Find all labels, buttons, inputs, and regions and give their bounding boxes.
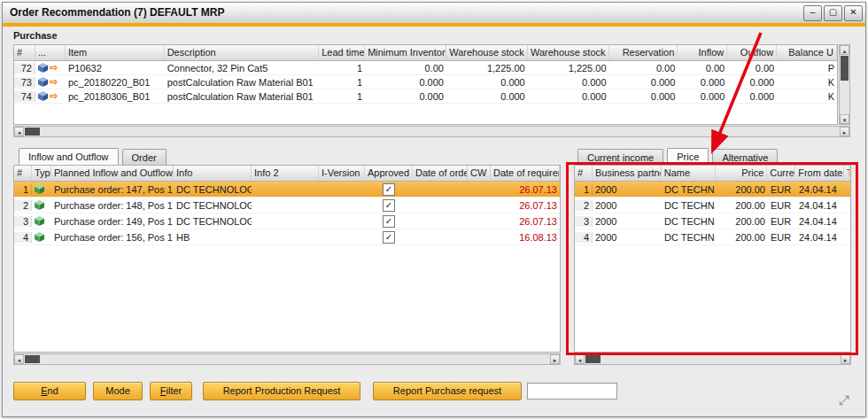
approved-checkbox[interactable]: ✓ [383, 199, 395, 212]
maximize-icon[interactable]: ▢ [824, 5, 842, 21]
scroll-left-icon[interactable]: ◂ [14, 354, 24, 364]
approved-checkbox[interactable]: ✓ [383, 215, 395, 228]
mode-button[interactable]: Mode [93, 382, 143, 400]
column-header[interactable]: Balance U [777, 45, 837, 60]
row-number: 73 [14, 77, 35, 88]
row-number: 4 [575, 232, 593, 243]
tab-alternative[interactable]: Alternative [712, 149, 778, 166]
scroll-left-icon[interactable]: ◂ [575, 354, 585, 364]
scroll-right-icon[interactable]: ▸ [841, 354, 850, 364]
outflow: 0.00 [727, 63, 777, 74]
warehouse-stock-2: 0.000 [528, 91, 609, 102]
column-header[interactable]: Date of requirem [491, 166, 560, 181]
planned-flow: Purchase order: 147, Pos 1 [51, 184, 174, 195]
column-header[interactable]: Warehouse stock [528, 45, 609, 60]
date-of-requirement: 16.08.13 [491, 232, 560, 243]
column-header[interactable]: Curren [767, 166, 795, 181]
column-header[interactable]: Date of order [413, 166, 468, 181]
column-header[interactable]: Warehouse stock [446, 45, 528, 60]
price-row[interactable]: 1 2000 DC TECHN 200.00 EUR 24.04.14 [575, 182, 850, 198]
date-of-requirement: 26.07.13 [491, 216, 560, 227]
scroll-right-icon[interactable]: ▸ [840, 127, 849, 136]
column-header[interactable]: CW [468, 166, 491, 181]
scrollbar-thumb[interactable] [841, 56, 849, 81]
report-purchase-request-button[interactable]: Report Purchase request [373, 382, 522, 400]
column-header[interactable]: Minimum Inventory [365, 45, 446, 60]
column-header[interactable]: Reservation [609, 45, 678, 60]
column-header[interactable]: Item [66, 45, 165, 60]
app-window: Order Recommendation (7) DEFAULT MRP – ▢… [2, 2, 866, 417]
column-header[interactable]: Info 2 [252, 166, 319, 181]
price-row[interactable]: 4 2000 DC TECHN 200.00 EUR 24.04.14 [575, 229, 850, 245]
items-table-hscrollbar[interactable]: ◂ ▸ [13, 126, 850, 137]
planned-flow: Purchase order: 149, Pos 1 [51, 216, 174, 227]
column-header[interactable]: Outflow [727, 45, 777, 60]
scroll-down-icon[interactable]: ▾ [840, 114, 849, 124]
report-production-request-button[interactable]: Report Production Request [203, 382, 360, 400]
link-arrow-icon[interactable]: ⇨ [50, 77, 58, 87]
column-header[interactable]: Inflow [678, 45, 727, 60]
column-header[interactable]: # [14, 45, 35, 60]
end-button[interactable]: End [13, 382, 86, 400]
column-header[interactable]: From date [795, 166, 844, 181]
close-icon[interactable]: ✕ [844, 5, 863, 21]
scroll-right-icon[interactable]: ▸ [550, 354, 560, 364]
item-row[interactable]: 73 ⇨ pc_20180220_B01 postCalculation Raw… [14, 75, 837, 89]
column-header[interactable]: To [844, 166, 850, 181]
column-header[interactable]: Price [716, 166, 767, 181]
tab-price[interactable]: Price [667, 148, 709, 166]
items-table-vscrollbar[interactable]: ▴ ▾ [839, 44, 850, 125]
column-header[interactable]: Description [165, 45, 320, 60]
item-type-cell: ⇨ [35, 63, 66, 73]
filter-button[interactable]: Filter [150, 382, 192, 400]
column-header[interactable]: # [14, 166, 32, 181]
approved-checkbox[interactable]: ✓ [383, 231, 395, 244]
approved-checkbox[interactable]: ✓ [383, 183, 395, 196]
flow-row[interactable]: 3 Purchase order: 149, Pos 1 DC TECHNOLO… [14, 213, 560, 229]
price-table-hscrollbar[interactable]: ◂ ▸ [574, 353, 851, 365]
item-code: pc_20180220_B01 [66, 77, 165, 88]
scrollbar-thumb[interactable] [585, 355, 601, 363]
flow-table-hscrollbar[interactable]: ◂ ▸ [13, 353, 561, 365]
link-arrow-icon[interactable]: ⇨ [50, 63, 58, 73]
price-row[interactable]: 3 2000 DC TECHN 200.00 EUR 24.04.14 [575, 213, 850, 229]
tab-current-income[interactable]: Current income [577, 149, 663, 166]
column-header[interactable]: Business partner [593, 166, 662, 181]
order-cube-icon [35, 232, 44, 242]
flow-row[interactable]: 1 Purchase order: 147, Pos 1 DC TECHNOLO… [14, 182, 560, 198]
item-row[interactable]: 74 ⇨ pc_20180306_B01 postCalculation Raw… [14, 89, 837, 104]
item-description: postCalculation Raw Material B01 [165, 77, 320, 88]
column-header[interactable]: Info [174, 166, 252, 181]
title-bar[interactable]: Order Recommendation (7) DEFAULT MRP – ▢… [3, 3, 865, 23]
column-header[interactable]: Typ [32, 166, 51, 181]
column-header[interactable]: ... [35, 45, 66, 60]
order-type-cell [32, 232, 51, 242]
resize-grip-icon[interactable]: ⤢ [835, 392, 853, 409]
scrollbar-thumb[interactable] [25, 355, 40, 363]
date-of-requirement: 26.07.13 [491, 184, 560, 195]
flow-row[interactable]: 4 Purchase order: 156, Pos 1 HB ✓ 16.08.… [14, 229, 560, 245]
footer-input[interactable] [527, 383, 617, 400]
minimize-icon[interactable]: – [803, 5, 822, 21]
item-cube-icon [38, 77, 48, 87]
approved-cell: ✓ [365, 215, 413, 228]
scroll-left-icon[interactable]: ◂ [14, 127, 24, 136]
price-row[interactable]: 2 2000 DC TECHN 200.00 EUR 24.04.14 [575, 198, 850, 213]
items-table: # ... Item Description Lead time Minimum… [13, 44, 838, 125]
column-header[interactable]: Approved [365, 166, 413, 181]
column-header[interactable]: Name [662, 166, 717, 181]
business-partner: 2000 [593, 184, 662, 195]
flow-row[interactable]: 2 Purchase order: 148, Pos 1 DC TECHNOLO… [14, 198, 560, 213]
column-header[interactable]: I-Version [319, 166, 365, 181]
tab-inflow-and-outflow[interactable]: Inflow and Outflow [19, 148, 119, 166]
info-text: HB [176, 232, 190, 243]
column-header[interactable]: # [575, 166, 593, 181]
item-row[interactable]: 72 ⇨ P10632 Connector, 32 Pin Cat5 1 0.0… [14, 61, 837, 75]
column-header[interactable]: Lead time [319, 45, 365, 60]
link-arrow-icon[interactable]: ⇨ [50, 91, 58, 101]
column-header[interactable]: Planned Inflow and Outflow [51, 166, 174, 181]
scroll-up-icon[interactable]: ▴ [840, 45, 849, 55]
item-cube-icon [38, 63, 48, 73]
tab-order[interactable]: Order [122, 149, 167, 166]
scrollbar-thumb[interactable] [25, 128, 40, 136]
